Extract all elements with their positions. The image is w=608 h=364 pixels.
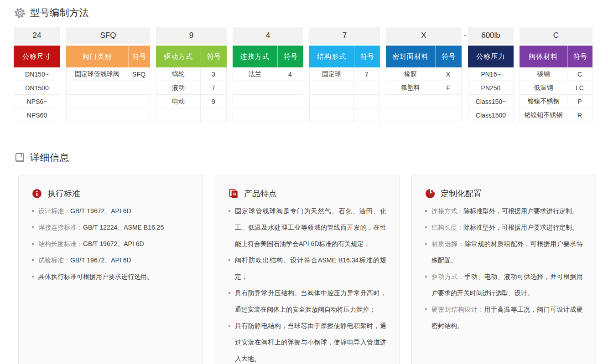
- model-row: 液动7: [156, 81, 226, 95]
- detail-section-title: 详细信息: [30, 151, 69, 164]
- model-symbol-header: 符号: [277, 46, 303, 67]
- model-symbol-header: 符号: [128, 46, 150, 67]
- model-cell-symbol: X: [435, 67, 461, 81]
- model-row: Class150~: [468, 95, 513, 108]
- model-cell-symbol: [353, 81, 379, 94]
- model-symbol-header: 符号: [201, 46, 227, 67]
- model-cell-symbol: [128, 95, 150, 108]
- model-cell-name: 铬镍不锈钢: [520, 95, 567, 108]
- model-row: 固定球管线球阀SFQ: [67, 67, 150, 81]
- detail-cards: 执行标准设计标准：GB/T 19672、API 6D焊接连接标准：GB/T 12…: [18, 175, 596, 364]
- detail-card: 定制化配置连接方式：除标准型外，可根据用户要求进行定制。结构长度：除标准型外，可…: [411, 175, 596, 364]
- model-cell-symbol: [353, 95, 379, 108]
- model-cell-name: 橡胶: [386, 67, 435, 81]
- model-band-label: 阀门类别: [66, 46, 128, 67]
- model-cell-name: [310, 95, 353, 108]
- model-band-label: 结构形式: [309, 46, 354, 67]
- card-item: 结构长度：除标准型外，可根据用户要求进行定制。: [425, 219, 583, 236]
- model-band-label: 驱动方式: [156, 46, 201, 67]
- model-cell-symbol: [277, 95, 303, 108]
- model-rows: 碳钢C低温钢LC铬镍不锈钢P铬镍钼不锈钢R: [520, 67, 592, 122]
- model-rows: 固定球管线球阀SFQ: [66, 67, 150, 122]
- model-row: [386, 95, 461, 108]
- card-item-label: 硬密封结构设计：: [431, 306, 484, 313]
- model-cell-name: 铬镍钼不锈钢: [520, 108, 567, 122]
- card-item: 固定球管线球阀是专门为天然气、石化、油田、化工、低温及水处理工业等领域的管线而开…: [228, 203, 386, 252]
- card-item-label: 设计标准：: [38, 207, 70, 215]
- model-row: 法兰4: [233, 67, 303, 81]
- model-cell-name: [67, 108, 128, 122]
- card-item: 具有防静电结构，当球芯由于摩擦使静电积聚时，通过安装在阀杆上的弹簧与小钢球，使静…: [228, 318, 386, 364]
- model-cell-name: [233, 81, 277, 94]
- card-item: 材质选择：除常规的材质组配外，可根据用户要求特殊配置。: [425, 236, 583, 268]
- model-table: 24公称尺寸DN150~DN1500NPS6~NPS60SFQ阀门类别符号固定球…: [14, 27, 608, 122]
- model-cell-name: NPS60: [14, 108, 60, 122]
- card-item-text: GB/T 19672、API 6D: [70, 256, 131, 264]
- model-band: 公称尺寸: [14, 46, 60, 67]
- model-cell-symbol: [128, 81, 150, 94]
- model-cell-symbol: R: [567, 108, 592, 122]
- model-row: PN250: [468, 81, 513, 95]
- card-item: 硬密封结构设计：用于高温等工况，阀门可设计成硬密封结构。: [425, 301, 583, 334]
- card-title-row: 执行标准: [31, 188, 190, 199]
- model-row: [233, 108, 303, 122]
- model-cell-name: [233, 108, 277, 122]
- model-cell-symbol: [277, 108, 303, 122]
- model-row: 低温钢LC: [520, 81, 592, 95]
- model-row: 氟塑料F: [386, 81, 461, 95]
- document-icon: [228, 188, 239, 199]
- card-item: 结构长度标准：GB/T 19672、API 6D: [31, 236, 190, 252]
- model-band: 公称压力: [468, 46, 514, 67]
- card-item-text: 除标准型外，可根据用户要求进行定制。: [463, 207, 578, 215]
- model-row: [67, 108, 150, 122]
- model-row: [67, 81, 150, 95]
- card-list: 固定球管线球阀是专门为天然气、石化、油田、化工、低温及水处理工业等领域的管线而开…: [228, 203, 386, 364]
- model-cell-symbol: F: [435, 81, 461, 94]
- card-list: 设计标准：GB/T 19672、API 6D焊接连接标准：GB/T 12224、…: [31, 203, 190, 285]
- card-item-text: 除标准型外，可根据用户要求进行定制。: [463, 224, 578, 231]
- model-cell-name: [67, 81, 128, 94]
- model-cell-name: 碳钢: [520, 67, 567, 81]
- card-item: 具体执行标准可根据用户要求进行选用。: [31, 268, 190, 285]
- book-icon: [14, 152, 26, 164]
- model-cell-symbol: LC: [567, 81, 592, 94]
- model-row: 橡胶X: [386, 67, 461, 81]
- card-title: 产品特点: [244, 188, 277, 199]
- detail-card: 产品特点固定球管线球阀是专门为天然气、石化、油田、化工、低温及水处理工业等领域的…: [215, 175, 400, 364]
- model-cell-symbol: 9: [200, 95, 226, 108]
- card-list: 连接方式：除标准型外，可根据用户要求进行定制。结构长度：除标准型外，可根据用户要…: [425, 203, 583, 334]
- model-cell-symbol: 3: [200, 67, 226, 81]
- model-band-label: 连接方式: [233, 46, 277, 67]
- model-rows: 橡胶X氟塑料F: [386, 67, 462, 122]
- model-cell-name: DN150~: [14, 67, 60, 81]
- model-cell-symbol: [200, 108, 226, 122]
- model-code-value: 24: [14, 27, 60, 44]
- model-column-X: X密封面材料符号橡胶X氟塑料F: [386, 27, 462, 122]
- model-code-separator: -: [462, 27, 468, 44]
- model-band: 连接方式符号: [233, 46, 303, 67]
- model-column-4: 4连接方式符号法兰4: [233, 27, 303, 122]
- model-row: DN150~: [14, 67, 60, 81]
- model-code-value: 4: [233, 27, 303, 44]
- detail-card: 执行标准设计标准：GB/T 19672、API 6D焊接连接标准：GB/T 12…: [18, 175, 203, 364]
- model-cell-symbol: 4: [277, 67, 303, 81]
- model-band-label: 密封面材料: [386, 46, 435, 67]
- model-cell-name: [310, 108, 353, 122]
- card-item-text: 固定球管线球阀是专门为天然气、石化、油田、化工、低温及水处理工业等领域的管线而开…: [235, 207, 386, 247]
- model-column-SFQ: SFQ阀门类别符号固定球管线球阀SFQ: [66, 27, 150, 122]
- model-cell-symbol: P: [567, 95, 592, 108]
- model-band: 结构形式符号: [309, 46, 380, 67]
- model-cell-symbol: 7: [200, 81, 226, 94]
- card-item-label: 驱动方式：: [431, 273, 464, 280]
- model-row: [233, 81, 303, 95]
- model-code-value: 7: [309, 27, 380, 44]
- model-row: 电动9: [156, 95, 226, 108]
- model-row: [67, 95, 150, 108]
- model-cell-name: 蜗轮: [156, 67, 200, 81]
- card-item-text: GB/T 12224、ASME B16.25: [83, 224, 164, 231]
- model-row: [233, 95, 303, 108]
- card-item-text: GB/T 19672、API 6D: [70, 207, 131, 215]
- card-item-label: 焊接连接标准：: [38, 224, 83, 231]
- model-row: [310, 108, 379, 122]
- card-item: 具有防异常升压结构。当阀体中腔压力异常升高时，通过安装在阀体上的安全泄放阀自动将…: [228, 285, 386, 318]
